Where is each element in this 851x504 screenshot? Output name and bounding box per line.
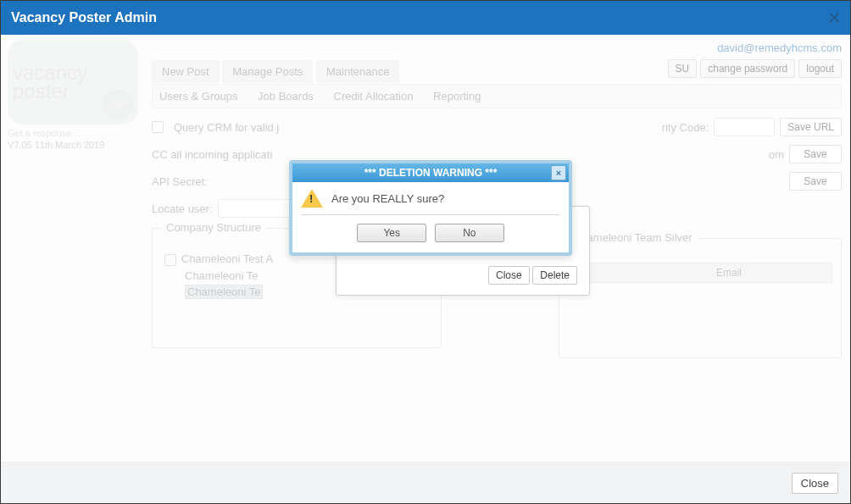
dialog-delete-button[interactable]: Delete [532, 266, 577, 285]
modal-header: *** DELETION WARNING *** × [292, 163, 569, 182]
modal-title: *** DELETION WARNING *** [364, 167, 498, 179]
warning-icon [301, 189, 323, 208]
modal-no-button[interactable]: No [435, 224, 504, 242]
app-window: Vacancy Poster Admin ✕ vacancy poster .c… [0, 0, 851, 504]
window-close-icon[interactable]: ✕ [827, 8, 842, 28]
app-body: vacancy poster .com Get a response… V7.0… [1, 36, 850, 462]
window-title: Vacancy Poster Admin [11, 10, 157, 25]
title-bar: Vacancy Poster Admin ✕ [1, 1, 850, 35]
footer-bar: Close [1, 462, 850, 503]
dialog-close-button[interactable]: Close [488, 266, 530, 285]
modal-message: Are you REALLY sure? [331, 192, 444, 205]
modal-close-icon[interactable]: × [551, 165, 566, 180]
modal-yes-button[interactable]: Yes [357, 224, 426, 242]
deletion-warning-modal: *** DELETION WARNING *** × Are you REALL… [289, 160, 572, 256]
footer-close-button[interactable]: Close [792, 473, 838, 494]
